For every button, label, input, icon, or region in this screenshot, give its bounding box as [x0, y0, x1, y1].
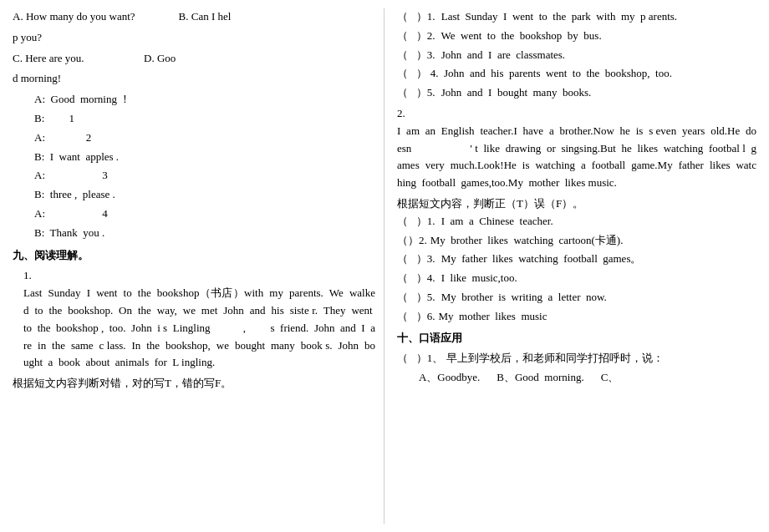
option-b-label: B. Can I hel	[179, 10, 232, 23]
item-2-label: 2.	[397, 105, 756, 123]
dialogue-line-1: A: Good morning ！	[34, 91, 375, 109]
option-b-cont: p you?	[13, 29, 375, 47]
judgment-2-4: （ ）4. I like music,too.	[397, 270, 756, 287]
option-ab: A. How many do you want? B. Can I hel	[13, 8, 375, 26]
dialogue-line-2: B: 1	[34, 110, 375, 128]
dialogue-line-3: A: 2	[34, 129, 375, 147]
section-9-title: 九、阅读理解。	[13, 247, 375, 265]
item-1-label: 1.	[23, 267, 375, 285]
judgment-1-4: （ ） 4. John and his parents went to the …	[397, 65, 756, 83]
judgment-2-2: （）2. My brother likes watching cartoon(卡…	[397, 232, 756, 250]
option-cd: C. Here are you. D. Goo	[13, 50, 375, 68]
dialogue-line-4: B: I want apples .	[34, 149, 375, 166]
judge-1-instruction: 根据短文内容判断对错，对的写T，错的写F。	[13, 375, 375, 393]
judgment-2-6: （ ）6. My mother likes music	[397, 308, 756, 326]
judgment-1-1: （ ）1. Last Sunday I went to the park wit…	[397, 8, 756, 26]
option-d-label: D. Goo	[144, 52, 176, 64]
dialogue-line-8: B: Thank you .	[34, 225, 375, 242]
section-10-title: 十、口语应用	[397, 330, 756, 347]
judge-2-instruction: 根据短文内容，判断正（T）误（F）。	[397, 195, 756, 213]
dialogue-line-7: A: 4	[34, 205, 375, 223]
judgment-2-1: （ ）1. I am a Chinese teacher.	[397, 213, 756, 231]
oral-item-1: （ ）1、 早上到学校后，和老师和同学打招呼时，说：	[397, 350, 756, 367]
judgment-2-5: （ ）5. My brother is writing a letter now…	[397, 289, 756, 307]
right-column: （ ）1. Last Sunday I went to the park wit…	[384, 8, 756, 524]
passage-2: I am an English teacher.I have a brother…	[397, 123, 756, 192]
option-d-cont: d morning!	[13, 70, 375, 88]
left-column: A. How many do you want? B. Can I hel p …	[13, 8, 384, 524]
judgment-1-2: （ ）2. We went to the bookshop by bus.	[397, 28, 756, 45]
dialogue-line-5: A: 3	[34, 167, 375, 185]
option-a-label: A. How many do you want?	[13, 10, 135, 23]
judgment-1-3: （ ）3. John and I are classmates.	[397, 47, 756, 64]
dialogue-line-6: B: three , please .	[34, 186, 375, 204]
passage-1: Last Sunday I went to the bookshop（书店）wi…	[23, 285, 375, 372]
judgment-1-5: （ ）5. John and I bought many books.	[397, 84, 756, 102]
option-c-label: C. Here are you.	[13, 52, 84, 64]
oral-options: A、Goodbye. B、Good morning. C、	[419, 369, 756, 387]
judgment-2-3: （ ）3. My father likes watching football …	[397, 251, 756, 268]
